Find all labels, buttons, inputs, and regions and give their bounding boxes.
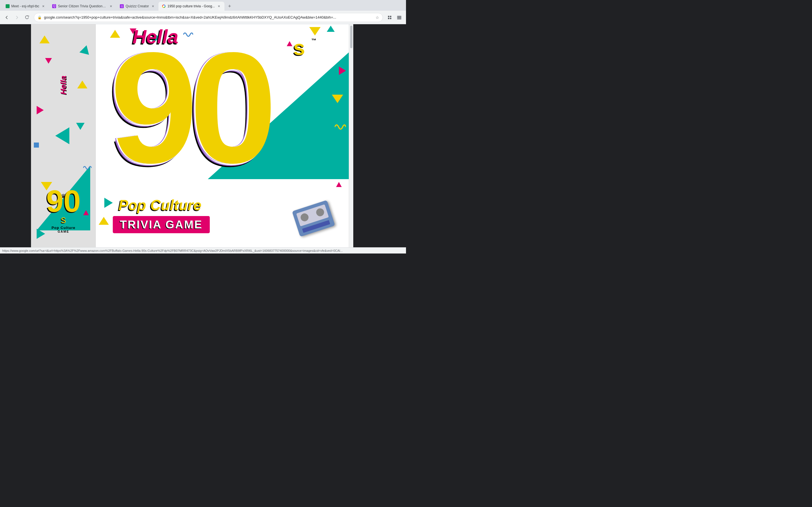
right-panel: Hella s ™ 90 xyxy=(96,24,349,247)
content-area: 90 s Pop Culture GAME ♛ Hella xyxy=(0,24,406,247)
deco-tri-3 xyxy=(45,58,52,64)
ninety-main: 90 xyxy=(110,38,269,177)
google-favicon xyxy=(162,4,166,8)
tab-senior-close[interactable]: ✕ xyxy=(109,4,113,8)
left-s-text: s xyxy=(31,214,96,226)
tab-bar: Meet - esj-xfqd-tbc ✕ Q Senior Citizen T… xyxy=(0,0,406,11)
hella-title: Hella xyxy=(133,25,179,48)
svg-rect-2 xyxy=(390,16,391,17)
tab-meet-close[interactable]: ✕ xyxy=(41,4,45,8)
tab-senior[interactable]: Q Senior Citizen Trivia Questions... ✕ xyxy=(49,2,116,11)
r-deco-12 xyxy=(104,198,113,208)
status-url: https://www.google.com/url?sa=i&url=http… xyxy=(2,249,343,252)
back-button[interactable] xyxy=(2,13,11,22)
deco-squiggle xyxy=(83,165,92,172)
left-logo-diamond xyxy=(55,127,69,144)
toolbar: 🔒 google.com/search?q=1950+pop+culture+t… xyxy=(0,11,406,24)
tab-creator[interactable]: Q Quizizz Creator ✕ xyxy=(116,2,158,11)
tab-senior-title: Senior Citizen Trivia Questions... xyxy=(58,4,107,8)
chrome-browser: Meet - esj-xfqd-tbc ✕ Q Senior Citizen T… xyxy=(0,0,406,253)
left-90-text: 90 xyxy=(31,186,96,217)
svg-rect-6 xyxy=(397,17,401,18)
reload-button[interactable] xyxy=(22,13,32,22)
tab-creator-close[interactable]: ✕ xyxy=(151,4,155,8)
tab-google-close[interactable]: ✕ xyxy=(216,4,221,8)
deco-rect-1 xyxy=(34,143,39,148)
meet-favicon xyxy=(6,4,10,8)
deco-tri-6 xyxy=(76,123,85,130)
tab-google-title: 1950 pop culture trivia - Goog... xyxy=(167,4,215,8)
image-container: 90 s Pop Culture GAME ♛ Hella xyxy=(31,24,349,247)
new-tab-button[interactable]: + xyxy=(225,2,234,10)
deco-tri-5 xyxy=(37,106,44,114)
deco-tri-4 xyxy=(77,80,87,89)
left-game-text: GAME xyxy=(31,230,96,233)
left-panel: 90 s Pop Culture GAME ♛ Hella xyxy=(31,24,96,247)
customize-chrome-button[interactable] xyxy=(395,13,404,22)
deco-tri-1 xyxy=(40,36,50,43)
svg-rect-1 xyxy=(388,16,389,17)
svg-rect-3 xyxy=(388,18,389,19)
main-image-area: 90 s Pop Culture GAME ♛ Hella xyxy=(31,24,353,247)
left-logo-container xyxy=(55,127,71,144)
tab-creator-title: Quizizz Creator xyxy=(125,4,149,8)
creator-favicon: Q xyxy=(120,4,124,8)
senior-favicon: Q xyxy=(52,4,56,8)
r-deco-6 xyxy=(327,25,335,32)
lock-icon: 🔒 xyxy=(38,15,42,19)
r-deco-11 xyxy=(99,217,109,225)
omnibox[interactable]: 🔒 google.com/search?q=1950+pop+culture+t… xyxy=(34,13,383,22)
vhs-cassette xyxy=(292,200,335,237)
crown-icon: ♛ xyxy=(61,193,66,200)
toolbar-right xyxy=(385,13,404,22)
left-sidebar xyxy=(0,24,31,247)
extensions-button[interactable] xyxy=(385,13,394,22)
tab-google[interactable]: 1950 pop culture trivia - Goog... ✕ xyxy=(158,2,224,11)
tab-meet-title: Meet - esj-xfqd-tbc xyxy=(11,4,39,8)
tab-meet[interactable]: Meet - esj-xfqd-tbc ✕ xyxy=(2,2,49,11)
left-hella-text: Hella xyxy=(59,76,68,95)
right-sidebar xyxy=(353,24,406,247)
svg-rect-7 xyxy=(397,18,401,19)
forward-button[interactable] xyxy=(12,13,21,22)
tm-mark: ™ xyxy=(311,38,316,44)
pop-culture-text: Pop Culture xyxy=(118,196,202,214)
left-pop-text: Pop Culture xyxy=(31,226,96,230)
r-deco-10 xyxy=(336,182,342,187)
s-superscript: s xyxy=(293,36,305,60)
r-deco-5 xyxy=(309,27,320,36)
omnibox-url: google.com/search?q=1950+pop+culture+tri… xyxy=(44,15,373,19)
status-bar: https://www.google.com/url?sa=i&url=http… xyxy=(0,247,406,253)
scrollbar[interactable] xyxy=(349,24,353,247)
trivia-game-banner: TRIVIA GAME xyxy=(113,216,210,233)
deco-tri-2 xyxy=(80,45,93,59)
svg-rect-4 xyxy=(390,18,391,19)
scrollbar-thumb[interactable] xyxy=(350,25,352,48)
svg-rect-5 xyxy=(397,16,401,17)
r-deco-4 xyxy=(287,41,292,46)
bookmark-star-icon[interactable]: ☆ xyxy=(375,15,379,20)
